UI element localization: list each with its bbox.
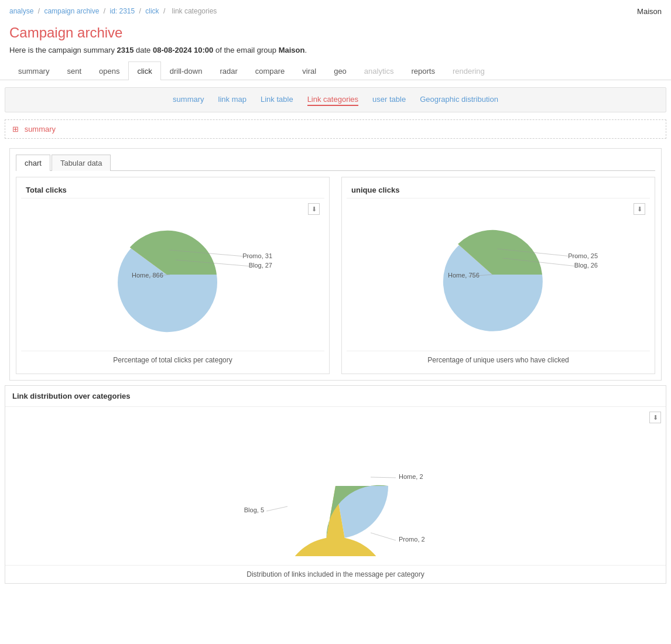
linkdist-promo-label: Promo, 2 [399, 536, 425, 543]
page-subtitle: Here is the campaign summary 2315 date 0… [0, 43, 671, 61]
tab-viral[interactable]: viral [293, 61, 325, 80]
chart-panel: chart Tabular data Total clicks ⬇ [9, 148, 662, 381]
tab-analytics: analytics [355, 61, 403, 80]
sub-tabs-bar: summary link map Link table Link categor… [5, 87, 666, 112]
sub-tab-linktable[interactable]: Link table [261, 94, 293, 106]
linkdist-blog-label: Blog, 5 [244, 506, 264, 513]
user-info: Maison [637, 7, 662, 16]
pie-charts-row: Total clicks ⬇ Home, 866 [10, 171, 661, 380]
unique-clicks-caption: Percentage of unique users who have clic… [347, 351, 650, 369]
tab-chart[interactable]: chart [16, 155, 50, 171]
total-home-label: Home, 866 [132, 272, 163, 279]
unique-clicks-chart: ⬇ Home, 756 Promo, 25 Blog, 26 [347, 198, 650, 351]
page-title: Campaign archive [0, 22, 671, 43]
svg-line-8 [371, 533, 396, 540]
sub-tab-usertable[interactable]: user table [372, 94, 406, 106]
tab-tabular[interactable]: Tabular data [52, 155, 111, 171]
breadcrumb-id[interactable]: id: 2315 [110, 7, 135, 15]
summary-section: ⊞ summary [5, 119, 666, 139]
content-area: summary link map Link table Link categor… [0, 87, 671, 584]
sub-tab-summary[interactable]: summary [173, 94, 204, 106]
download-icon-total[interactable]: ⬇ [308, 203, 320, 215]
unique-promo-label: Promo, 25 [568, 252, 598, 259]
download-icon-unique[interactable]: ⬇ [634, 203, 645, 215]
unique-blog-label: Blog, 26 [574, 262, 598, 269]
total-blog-label: Blog, 27 [249, 262, 272, 269]
tab-drilldown[interactable]: drill-down [161, 61, 211, 80]
link-dist-chart: ⬇ Home, 2 Blog, 5 Promo, 2 [5, 407, 666, 565]
unique-home-label: Home, 756 [448, 272, 480, 279]
breadcrumb-click[interactable]: click [145, 7, 159, 15]
chart-tabs-wrapper: chart Tabular data [10, 149, 661, 171]
total-clicks-caption: Percentage of total clicks per category [21, 351, 324, 369]
tab-reports[interactable]: reports [402, 61, 443, 80]
main-tabs: summary sent opens click drill-down rada… [0, 61, 671, 80]
link-dist-title: Link distribution over categories [5, 386, 666, 407]
breadcrumb-campaign-archive[interactable]: campaign archive [44, 7, 99, 15]
link-dist-caption: Distribution of links included in the me… [5, 565, 666, 583]
plus-icon[interactable]: ⊞ [12, 125, 19, 133]
breadcrumb: analyse / campaign archive / id: 2315 / … [0, 0, 671, 22]
total-promo-label: Promo, 31 [242, 252, 272, 259]
tab-summary[interactable]: summary [9, 61, 58, 80]
svg-line-7 [266, 506, 287, 511]
linkdist-home-label: Home, 2 [399, 473, 423, 480]
total-clicks-chart: ⬇ Home, 866 Promo, 31 [21, 198, 324, 351]
link-distribution-section: Link distribution over categories ⬇ Home… [5, 385, 666, 584]
tab-geo[interactable]: geo [325, 61, 355, 80]
tab-click[interactable]: click [128, 61, 160, 80]
unique-clicks-title: unique clicks [347, 182, 650, 198]
chart-tabs: chart Tabular data [16, 155, 655, 171]
summary-label: summary [25, 125, 56, 133]
download-icon-linkdist[interactable]: ⬇ [649, 412, 661, 423]
breadcrumb-analyse[interactable]: analyse [9, 7, 33, 15]
tab-rendering: rendering [444, 61, 494, 80]
breadcrumb-current: link categories [172, 7, 217, 15]
total-clicks-title: Total clicks [21, 182, 324, 198]
tab-compare[interactable]: compare [247, 61, 294, 80]
sub-tab-linkcategories[interactable]: Link categories [307, 94, 358, 106]
unique-clicks-section: unique clicks ⬇ Home, 756 Promo, 25 [341, 177, 655, 374]
svg-line-6 [371, 477, 396, 478]
tab-sent[interactable]: sent [58, 61, 90, 80]
sub-tab-linkmap[interactable]: link map [218, 94, 247, 106]
tab-opens[interactable]: opens [90, 61, 128, 80]
sub-tab-geodist[interactable]: Geographic distribution [420, 94, 498, 106]
total-clicks-section: Total clicks ⬇ Home, 866 [16, 177, 330, 374]
tab-radar[interactable]: radar [211, 61, 246, 80]
